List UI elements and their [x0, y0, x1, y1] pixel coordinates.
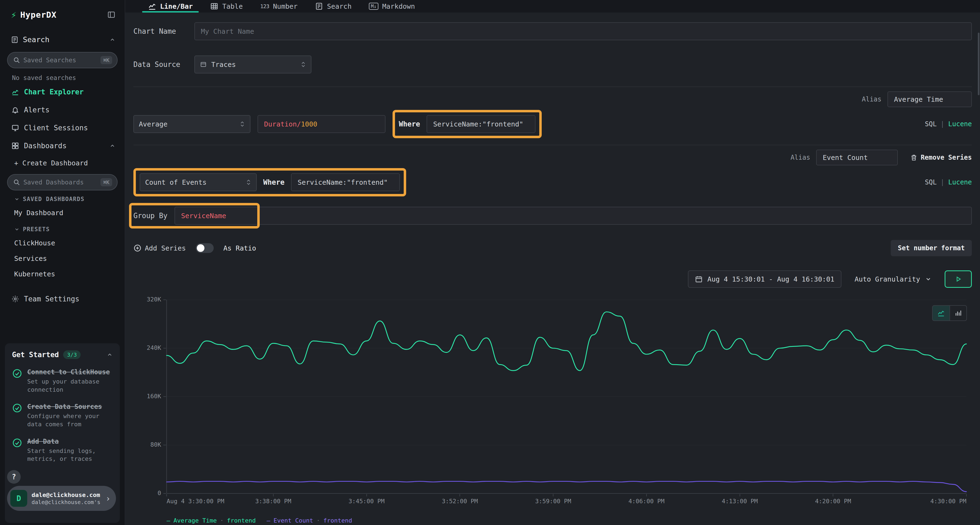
series-actions-row: Add Series As Ratio Set number format: [134, 240, 972, 256]
data-source-row: Data Source Traces: [134, 56, 972, 73]
tab-line-bar[interactable]: Line/Bar: [140, 0, 200, 13]
bar-chart-view-button[interactable]: [950, 306, 966, 320]
series1-row: Average Duration/1000 Where SQL | Lucene: [134, 111, 972, 139]
x-axis-tick: [740, 494, 740, 496]
gear-icon: [11, 295, 19, 303]
saved-dashboards-search[interactable]: ⌘K: [7, 174, 118, 190]
line-chart-icon: [148, 2, 156, 10]
user-email: dale@clickhouse.com: [32, 492, 100, 498]
sidebar-item-team-settings[interactable]: Team Settings: [0, 290, 125, 308]
group-by-input[interactable]: [175, 207, 972, 225]
sidebar-item-kubernetes[interactable]: Kubernetes: [0, 266, 125, 282]
lucene-option[interactable]: Lucene: [948, 178, 972, 186]
alias-label: Alias: [862, 95, 881, 103]
sidebar-item-chart-explorer[interactable]: Chart Explorer: [0, 83, 125, 101]
chevron-up-icon[interactable]: [110, 143, 115, 149]
number-123-icon: 123: [260, 3, 269, 10]
sql-option[interactable]: SQL: [925, 120, 937, 128]
series2-alias-input[interactable]: [816, 150, 898, 165]
chart-name-input[interactable]: [194, 22, 972, 40]
set-number-format-button[interactable]: Set number format: [891, 240, 972, 256]
saved-searches-search[interactable]: ⌘K: [7, 52, 118, 68]
series1-field-input[interactable]: Duration/1000: [258, 115, 385, 133]
sidebar-item-label: Team Settings: [24, 295, 80, 303]
brand-name: HyperDX: [20, 10, 56, 20]
saved-dashboards-input[interactable]: [24, 179, 97, 186]
remove-series-button[interactable]: Remove Series: [910, 154, 972, 161]
chevron-up-icon[interactable]: [110, 37, 115, 43]
sidebar-item-dashboards[interactable]: Dashboards: [0, 137, 125, 155]
search-icon: [13, 57, 20, 63]
trash-icon: [910, 154, 917, 161]
as-ratio-toggle[interactable]: [196, 243, 214, 253]
x-axis-tick: [460, 494, 460, 496]
sidebar-collapse-icon[interactable]: [107, 11, 115, 19]
sql-option[interactable]: SQL: [925, 178, 937, 186]
bell-icon: [11, 106, 19, 114]
lucene-option[interactable]: Lucene: [948, 120, 972, 128]
plot-region[interactable]: [167, 300, 966, 493]
select-chevrons-icon: [301, 61, 306, 68]
play-icon: [955, 276, 962, 282]
chevron-up-icon[interactable]: [107, 352, 113, 358]
x-axis-label: 4:06:00 PM: [628, 498, 665, 504]
x-axis-tick: [966, 494, 967, 496]
saved-searches-input[interactable]: [24, 57, 97, 63]
get-started-title: Get Started: [12, 351, 59, 359]
where-label: Where: [399, 120, 420, 128]
series1-where-input[interactable]: [426, 115, 535, 133]
chart-explorer-icon: [11, 88, 19, 96]
x-axis-label: 3:45:00 PM: [348, 498, 384, 504]
sidebar-item-alerts[interactable]: Alerts: [0, 101, 125, 119]
shortcut-badge: ⌘K: [100, 178, 112, 186]
plus-circle-icon: [134, 244, 142, 252]
run-query-button[interactable]: [945, 270, 972, 288]
series1-alias-row: Alias: [134, 87, 972, 111]
check-circle-icon: [12, 403, 22, 413]
series1-alias-input[interactable]: [888, 91, 972, 107]
tab-number[interactable]: 123 Number: [253, 0, 305, 13]
sidebar-item-services[interactable]: Services: [0, 251, 125, 266]
tab-markdown[interactable]: M↓ Markdown: [361, 0, 423, 13]
y-axis-label: 320K: [134, 296, 161, 303]
scrollbar-thumb[interactable]: [978, 33, 980, 95]
y-axis-label: 160K: [134, 393, 161, 400]
search-section-label: Search: [23, 35, 49, 44]
add-series-button[interactable]: Add Series: [134, 244, 186, 252]
series2-where-input[interactable]: [291, 173, 400, 191]
chart-name-row: Chart Name: [134, 22, 972, 40]
create-dashboard-link[interactable]: + Create Dashboard: [0, 155, 125, 171]
sidebar-item-my-dashboard[interactable]: My Dashboard: [0, 205, 125, 220]
user-menu[interactable]: D dale@clickhouse.com dale@clickhouse.co…: [7, 486, 116, 511]
y-axis-label: 0: [134, 490, 161, 496]
series2-alias-row: Alias Remove Series: [134, 145, 972, 170]
x-axis-tick: [273, 494, 274, 496]
x-axis-tick: [553, 494, 554, 496]
sidebar-section-search[interactable]: Search: [0, 28, 125, 49]
series2-aggregation-select[interactable]: Count of Events: [140, 173, 257, 191]
monitor-icon: [11, 124, 19, 132]
date-range-picker[interactable]: Aug 4 15:30:01 - Aug 4 16:30:01: [688, 270, 842, 288]
tab-table[interactable]: Table: [202, 0, 250, 13]
presets-group[interactable]: PRESETS: [0, 220, 125, 235]
tab-search[interactable]: Search: [307, 0, 359, 13]
line-chart-view-button[interactable]: [932, 306, 950, 320]
series1-aggregation-select[interactable]: Average: [134, 115, 250, 133]
search-doc-icon: [315, 2, 323, 10]
help-button[interactable]: ?: [7, 470, 21, 484]
x-axis-tick: [366, 494, 367, 496]
chart-display-toggle: [932, 305, 967, 321]
granularity-select[interactable]: Auto Granularity: [851, 270, 935, 288]
sidebar-item-client-sessions[interactable]: Client Sessions: [0, 119, 125, 137]
x-axis-label: 4:20:00 PM: [815, 498, 851, 504]
annotation-highlight-series1-where: Where: [393, 110, 542, 138]
saved-dashboards-group[interactable]: SAVED DASHBOARDS: [0, 190, 125, 205]
markdown-icon: M↓: [369, 3, 378, 10]
no-saved-searches-note: No saved searches: [0, 68, 125, 83]
sidebar-item-clickhouse[interactable]: ClickHouse: [0, 235, 125, 251]
data-source-select[interactable]: Traces: [194, 56, 312, 73]
legend-item-event-count[interactable]: — Event Count · frontend: [267, 517, 352, 524]
check-circle-icon: [12, 368, 22, 379]
alias-label: Alias: [791, 154, 810, 161]
legend-item-average-time[interactable]: — Average Time · frontend: [167, 517, 256, 524]
